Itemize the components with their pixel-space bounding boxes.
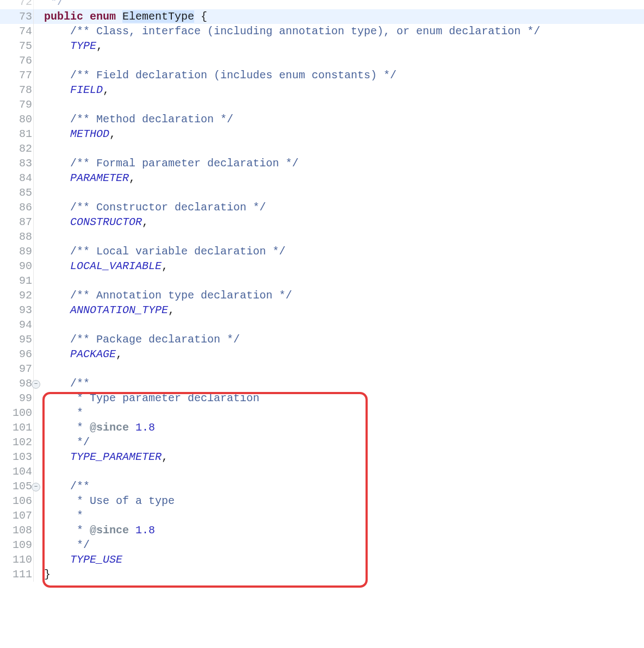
code-content[interactable]: /** xyxy=(42,376,90,391)
code-line[interactable]: 83 /** Formal parameter declaration */ xyxy=(0,156,644,171)
code-line[interactable]: 94 xyxy=(0,317,644,332)
line-number[interactable]: 76 xyxy=(0,53,34,68)
code-content[interactable]: * @since 1.8 xyxy=(42,420,155,435)
code-line[interactable]: 92 /** Annotation type declaration */ xyxy=(0,288,644,303)
code-line[interactable]: 97 xyxy=(0,362,644,376)
code-line[interactable]: 100 * xyxy=(0,406,644,420)
code-content[interactable]: ANNOTATION_TYPE, xyxy=(42,303,175,317)
line-number[interactable]: 90 xyxy=(0,259,34,273)
code-line[interactable]: 104 xyxy=(0,464,644,479)
code-line[interactable]: 101 * @since 1.8 xyxy=(0,420,644,435)
code-content[interactable]: TYPE_PARAMETER, xyxy=(42,450,168,464)
code-content[interactable]: * Type parameter declaration xyxy=(42,391,259,406)
line-number[interactable]: 107 xyxy=(0,508,34,523)
code-line[interactable]: 91 xyxy=(0,273,644,288)
line-number[interactable]: 103 xyxy=(0,450,34,464)
code-line[interactable]: 73public enum ElementType { xyxy=(0,9,644,24)
fold-collapse-icon[interactable]: − xyxy=(32,380,40,389)
code-line[interactable]: 110 TYPE_USE xyxy=(0,552,644,567)
line-number[interactable]: 77 xyxy=(0,68,34,83)
code-content[interactable]: */ xyxy=(42,435,90,450)
code-content[interactable]: public enum ElementType { xyxy=(42,9,207,24)
code-content[interactable]: * @since 1.8 xyxy=(42,523,155,538)
line-number[interactable]: 111 xyxy=(0,567,34,582)
code-line[interactable]: 84 PARAMETER, xyxy=(0,171,644,185)
code-content[interactable]: LOCAL_VARIABLE, xyxy=(42,259,168,273)
code-content[interactable]: /** Package declaration */ xyxy=(42,332,240,347)
code-content[interactable]: * xyxy=(42,508,83,523)
enum-type-name[interactable]: ElementType xyxy=(122,10,194,23)
line-number[interactable]: 101 xyxy=(0,420,34,435)
line-number[interactable]: 82 xyxy=(0,141,34,156)
code-content[interactable]: TYPE, xyxy=(42,39,103,53)
line-number[interactable]: 86 xyxy=(0,200,34,215)
line-number[interactable]: 104 xyxy=(0,464,34,479)
line-number[interactable]: 80 xyxy=(0,112,34,127)
code-content[interactable]: PACKAGE, xyxy=(42,347,122,362)
code-line[interactable]: 98− /** xyxy=(0,376,644,391)
code-content[interactable]: /** Field declaration (includes enum con… xyxy=(42,68,397,83)
line-number[interactable]: 97 xyxy=(0,362,34,376)
code-editor[interactable]: 72 */73public enum ElementType {74 /** C… xyxy=(0,0,644,643)
code-line[interactable]: 107 * xyxy=(0,508,644,523)
code-content[interactable]: /** xyxy=(42,479,90,494)
code-line[interactable]: 78 FIELD, xyxy=(0,83,644,97)
code-line[interactable]: 102 */ xyxy=(0,435,644,450)
code-content[interactable]: } xyxy=(42,567,51,582)
line-number[interactable]: 98 xyxy=(0,376,34,391)
line-number[interactable]: 110 xyxy=(0,552,34,567)
code-content[interactable]: /** Constructor declaration */ xyxy=(42,200,266,215)
code-content[interactable]: CONSTRUCTOR, xyxy=(42,215,148,229)
code-line[interactable]: 74 /** Class, interface (including annot… xyxy=(0,24,644,39)
line-number[interactable]: 85 xyxy=(0,185,34,200)
code-content[interactable]: /** Class, interface (including annotati… xyxy=(42,24,540,39)
line-number[interactable]: 91 xyxy=(0,273,34,288)
code-content[interactable]: /** Local variable declaration */ xyxy=(42,244,286,259)
code-line[interactable]: 108 * @since 1.8 xyxy=(0,523,644,538)
line-number[interactable]: 83 xyxy=(0,156,34,171)
line-number[interactable]: 95 xyxy=(0,332,34,347)
line-number[interactable]: 72 xyxy=(0,0,34,9)
code-content[interactable]: /** Formal parameter declaration */ xyxy=(42,156,299,171)
line-number[interactable]: 93 xyxy=(0,303,34,317)
code-line[interactable]: 95 /** Package declaration */ xyxy=(0,332,644,347)
code-line[interactable]: 106 * Use of a type xyxy=(0,494,644,508)
code-line[interactable]: 72 */ xyxy=(0,0,644,9)
code-line[interactable]: 105− /** xyxy=(0,479,644,494)
line-number[interactable]: 87 xyxy=(0,215,34,229)
line-number[interactable]: 79 xyxy=(0,97,34,112)
code-content[interactable]: TYPE_USE xyxy=(42,552,122,567)
line-number[interactable]: 109 xyxy=(0,538,34,552)
code-content[interactable]: */ xyxy=(42,538,90,552)
code-line[interactable]: 90 LOCAL_VARIABLE, xyxy=(0,259,644,273)
code-content[interactable]: */ xyxy=(42,0,64,9)
code-content[interactable]: METHOD, xyxy=(42,127,116,141)
line-number[interactable]: 81 xyxy=(0,127,34,141)
code-line[interactable]: 82 xyxy=(0,141,644,156)
code-line[interactable]: 81 METHOD, xyxy=(0,127,644,141)
code-line[interactable]: 88 xyxy=(0,229,644,244)
line-number[interactable]: 74 xyxy=(0,24,34,39)
code-line[interactable]: 93 ANNOTATION_TYPE, xyxy=(0,303,644,317)
code-line[interactable]: 77 /** Field declaration (includes enum … xyxy=(0,68,644,83)
line-number[interactable]: 102 xyxy=(0,435,34,450)
code-line[interactable]: 96 PACKAGE, xyxy=(0,347,644,362)
line-number[interactable]: 78 xyxy=(0,83,34,97)
code-line[interactable]: 76 xyxy=(0,53,644,68)
line-number[interactable]: 108 xyxy=(0,523,34,538)
code-content[interactable]: * xyxy=(42,406,83,420)
code-line[interactable]: 103 TYPE_PARAMETER, xyxy=(0,450,644,464)
line-number[interactable]: 89 xyxy=(0,244,34,259)
code-line[interactable]: 111} xyxy=(0,567,644,582)
code-line[interactable]: 109 */ xyxy=(0,538,644,552)
code-content[interactable]: * Use of a type xyxy=(42,494,175,508)
code-content[interactable]: /** Method declaration */ xyxy=(42,112,233,127)
line-number[interactable]: 73 xyxy=(0,9,34,24)
line-number[interactable]: 88 xyxy=(0,229,34,244)
code-content[interactable]: PARAMETER, xyxy=(42,171,135,185)
line-number[interactable]: 99 xyxy=(0,391,34,406)
line-number[interactable]: 100 xyxy=(0,406,34,420)
code-line[interactable]: 75 TYPE, xyxy=(0,39,644,53)
code-content[interactable]: FIELD, xyxy=(42,83,109,97)
code-content[interactable]: /** Annotation type declaration */ xyxy=(42,288,292,303)
